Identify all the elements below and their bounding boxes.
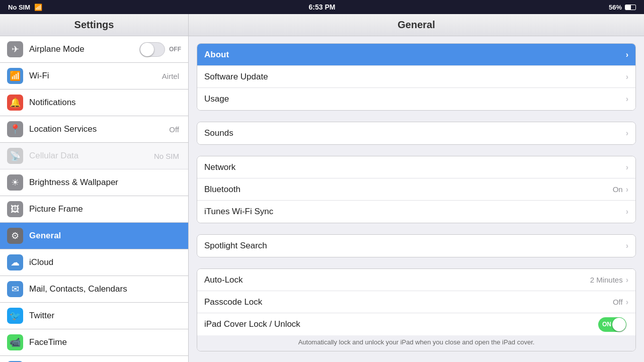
facetime-label: FaceTime <box>29 337 181 347</box>
about-chevron: › <box>626 50 628 59</box>
mail-label: Mail, Contacts, Calendars <box>29 284 181 294</box>
picture-frame-label: Picture Frame <box>29 204 181 214</box>
settings-row-software-update[interactable]: Software Update › <box>197 66 635 88</box>
sidebar-item-icloud[interactable]: ☁ iCloud <box>0 249 188 276</box>
settings-row-itunes-sync[interactable]: iTunes Wi-Fi Sync › <box>197 201 635 223</box>
auto-lock-label: Auto-Lock <box>204 275 590 285</box>
sounds-label: Sounds <box>204 128 626 138</box>
main-container: Settings ✈ Airplane Mode OFF 📶 Wi-Fi Air… <box>0 14 644 362</box>
airplane-mode-label: Airplane Mode <box>29 44 139 54</box>
battery-percent: 56% <box>609 4 622 11</box>
settings-row-ipad-cover[interactable]: iPad Cover Lock / Unlock ON <box>197 313 635 335</box>
sidebar-item-location[interactable]: 📍 Location Services Off <box>0 116 188 143</box>
status-bar: No SIM 📶 6:53 PM 56% <box>0 0 644 14</box>
cellular-label: Cellular Data <box>29 151 154 161</box>
settings-row-auto-lock[interactable]: Auto-Lock 2 Minutes › <box>197 269 635 291</box>
twitter-icon: 🐦 <box>7 308 23 324</box>
wifi-label: Wi-Fi <box>29 71 162 81</box>
spotlight-chevron: › <box>626 241 628 250</box>
airplane-mode-icon: ✈ <box>7 41 23 57</box>
settings-row-about[interactable]: About › <box>197 44 635 66</box>
icloud-icon: ☁ <box>7 254 23 270</box>
wifi-status-icon: 📶 <box>34 4 42 11</box>
airplane-toggle-knob <box>140 43 154 56</box>
settings-row-bluetooth[interactable]: Bluetooth On › <box>197 178 635 201</box>
passcode-chevron: › <box>626 298 628 307</box>
airplane-toggle-track[interactable] <box>139 42 165 57</box>
mail-icon: ✉ <box>7 281 23 297</box>
network-chevron: › <box>626 163 628 172</box>
facetime-icon: 📹 <box>7 334 23 350</box>
sidebar-item-airplane-mode[interactable]: ✈ Airplane Mode OFF <box>0 36 188 63</box>
bluetooth-chevron: › <box>626 185 628 194</box>
battery-icon <box>625 5 636 10</box>
settings-row-passcode[interactable]: Passcode Lock Off › <box>197 291 635 313</box>
sounds-chevron: › <box>626 129 628 138</box>
panel-title: General <box>189 14 644 36</box>
picture-frame-icon: 🖼 <box>7 201 23 217</box>
sidebar: Settings ✈ Airplane Mode OFF 📶 Wi-Fi Air… <box>0 14 189 362</box>
notifications-icon: 🔔 <box>7 95 23 111</box>
settings-group-2: Sounds › <box>197 122 636 145</box>
bluetooth-value: On <box>613 185 623 194</box>
sidebar-item-cellular: 📡 Cellular Data No SIM <box>0 143 188 169</box>
sidebar-item-brightness[interactable]: ☀ Brightness & Wallpaper <box>0 169 188 196</box>
status-left: No SIM 📶 <box>8 4 42 11</box>
cellular-value: No SIM <box>154 152 179 160</box>
ipad-cover-toggle[interactable]: ON <box>598 317 626 332</box>
brightness-label: Brightness & Wallpaper <box>29 177 181 188</box>
settings-row-spotlight[interactable]: Spotlight Search › <box>197 235 635 257</box>
sidebar-item-twitter[interactable]: 🐦 Twitter <box>0 303 188 329</box>
network-label: Network <box>204 162 626 172</box>
sidebar-item-wifi[interactable]: 📶 Wi-Fi Airtel <box>0 63 188 89</box>
general-label: General <box>29 231 181 241</box>
usage-label: Usage <box>204 94 626 104</box>
auto-lock-value: 2 Minutes <box>590 276 623 284</box>
itunes-sync-chevron: › <box>626 207 628 216</box>
cover-description: Automatically lock and unlock your iPad … <box>197 335 635 351</box>
wifi-value: Airtel <box>162 72 179 80</box>
ipad-cover-label: iPad Cover Lock / Unlock <box>204 319 598 329</box>
usage-chevron: › <box>626 95 628 104</box>
icloud-label: iCloud <box>29 257 181 267</box>
sidebar-item-picture-frame[interactable]: 🖼 Picture Frame <box>0 196 188 223</box>
settings-row-sounds[interactable]: Sounds › <box>197 122 635 144</box>
right-content: About › Software Update › Usage › Sounds… <box>197 43 636 362</box>
settings-row-network[interactable]: Network › <box>197 156 635 178</box>
ipad-cover-track[interactable]: ON <box>598 317 626 332</box>
sidebar-title: Settings <box>0 14 188 36</box>
ipad-cover-knob <box>612 318 626 331</box>
status-right: 56% <box>609 4 636 11</box>
notifications-label: Notifications <box>29 98 181 108</box>
right-panel: General About › Software Update › Usage … <box>189 14 644 362</box>
settings-row-usage[interactable]: Usage › <box>197 88 635 110</box>
sidebar-item-facetime[interactable]: 📹 FaceTime <box>0 329 188 356</box>
auto-lock-chevron: › <box>626 276 628 285</box>
airplane-toggle-label: OFF <box>169 46 181 53</box>
software-update-chevron: › <box>626 72 628 81</box>
general-icon: ⚙ <box>7 228 23 244</box>
sidebar-item-general[interactable]: ⚙ General <box>0 223 188 249</box>
wifi-icon: 📶 <box>7 68 23 84</box>
settings-group-5: Auto-Lock 2 Minutes › Passcode Lock Off … <box>197 268 636 351</box>
sidebar-item-mail[interactable]: ✉ Mail, Contacts, Calendars <box>0 276 188 303</box>
twitter-label: Twitter <box>29 311 181 321</box>
airplane-toggle[interactable]: OFF <box>139 42 181 57</box>
location-value: Off <box>169 125 179 134</box>
sidebar-item-safari[interactable]: 🧭 Safari <box>0 356 188 362</box>
settings-group-4: Spotlight Search › <box>197 234 636 257</box>
settings-group-1: About › Software Update › Usage › <box>197 43 636 111</box>
status-time: 6:53 PM <box>309 3 336 11</box>
about-label: About <box>204 50 626 60</box>
settings-group-3: Network › Bluetooth On › iTunes Wi-Fi Sy… <box>197 156 636 223</box>
itunes-sync-label: iTunes Wi-Fi Sync <box>204 207 626 217</box>
location-icon: 📍 <box>7 121 23 137</box>
sidebar-item-notifications[interactable]: 🔔 Notifications <box>0 89 188 116</box>
spotlight-label: Spotlight Search <box>204 241 626 251</box>
software-update-label: Software Update <box>204 72 626 82</box>
ipad-cover-on-label: ON <box>602 321 611 328</box>
brightness-icon: ☀ <box>7 174 23 191</box>
location-label: Location Services <box>29 124 169 134</box>
passcode-value: Off <box>613 298 623 306</box>
passcode-label: Passcode Lock <box>204 297 613 307</box>
